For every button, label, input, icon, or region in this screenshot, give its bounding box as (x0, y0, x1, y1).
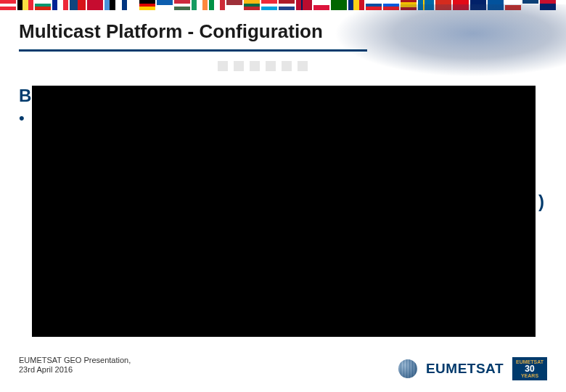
flag-icon (401, 0, 417, 10)
flag-icon (70, 0, 86, 10)
flag-icon (157, 0, 173, 10)
body-bullet: • (19, 109, 25, 128)
decor-square (218, 61, 228, 71)
logo-area: EUMETSAT EUMETSAT 30 YEARS (398, 357, 547, 380)
header-flag-strip (0, 0, 566, 13)
flag-icon (104, 0, 120, 10)
flag-icon (540, 0, 556, 10)
flag-icon (35, 0, 51, 10)
header-satellite-decor (334, 4, 566, 77)
badge-bottom: YEARS (521, 373, 538, 378)
flag-icon (348, 0, 364, 10)
flag-icon (261, 0, 277, 10)
decor-square (282, 61, 292, 71)
body-black-overlay (32, 86, 536, 337)
decor-squares (218, 61, 308, 71)
title-underline (19, 49, 367, 52)
footer-line1: EUMETSAT GEO Presentation, (19, 356, 131, 365)
badge-num: 30 (525, 364, 534, 373)
flag-icon (296, 0, 312, 10)
flag-icon (331, 0, 347, 10)
flag-icon (192, 0, 208, 10)
flag-icon (17, 0, 33, 10)
globe-icon (398, 359, 417, 378)
decor-square (266, 61, 276, 71)
flag-icon (139, 0, 155, 10)
anniversary-badge: EUMETSAT 30 YEARS (512, 357, 547, 380)
decor-square (234, 61, 244, 71)
flag-icon (122, 0, 138, 10)
flag-icon (470, 0, 486, 10)
flag-icon (418, 0, 434, 10)
flag-icon (313, 0, 329, 10)
slide-title: Multicast Platform - Configuration (19, 20, 323, 43)
flag-icon (0, 0, 16, 10)
flag-icon (244, 0, 260, 10)
footer-text: EUMETSAT GEO Presentation, 23rd April 20… (19, 356, 131, 375)
flag-icon (383, 0, 399, 10)
flag-icon (505, 0, 521, 10)
flag-icon (366, 0, 382, 10)
flag-icon (209, 0, 225, 10)
flag-icon (174, 0, 190, 10)
flag-icon (435, 0, 451, 10)
logo-text: EUMETSAT (426, 361, 504, 377)
footer-line2: 23rd April 2016 (19, 365, 131, 375)
body-fragment-right: ) (538, 192, 544, 212)
decor-square (250, 61, 260, 71)
body-fragment-left: B (19, 86, 31, 106)
decor-square (298, 61, 308, 71)
slide-title-area: Multicast Platform - Configuration (19, 20, 323, 43)
flag-icon (522, 0, 538, 10)
flag-icon (226, 0, 242, 10)
flag-icon (488, 0, 504, 10)
flag-icon (279, 0, 295, 10)
flag-icon (87, 0, 103, 10)
flag-icon (453, 0, 469, 10)
flag-icon (52, 0, 68, 10)
